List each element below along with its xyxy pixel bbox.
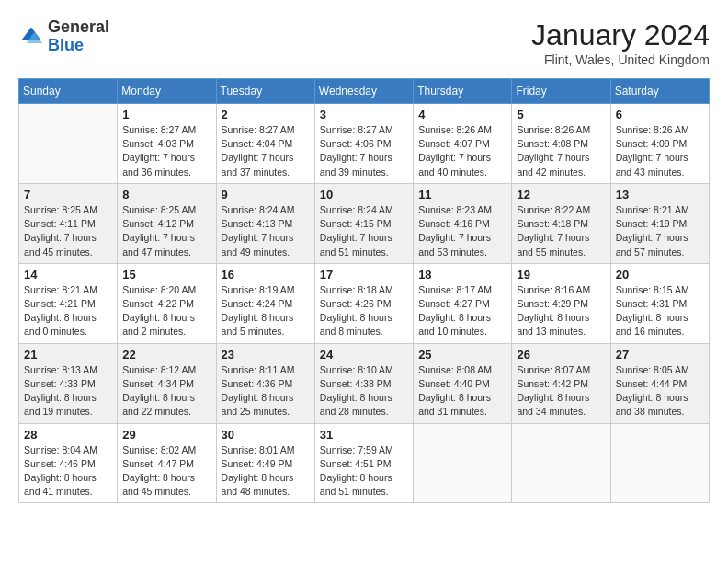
day-info: Sunrise: 8:26 AMSunset: 4:07 PMDaylight:… [418, 123, 506, 179]
day-number: 13 [616, 188, 704, 201]
weekday-header-saturday: Saturday [610, 79, 709, 104]
calendar-cell: 3Sunrise: 8:27 AMSunset: 4:06 PMDaylight… [314, 104, 413, 184]
day-number: 21 [24, 348, 112, 362]
calendar-cell: 23Sunrise: 8:11 AMSunset: 4:36 PMDayligh… [216, 343, 314, 423]
day-info: Sunrise: 8:20 AMSunset: 4:22 PMDaylight:… [122, 283, 210, 339]
logo: General Blue [18, 18, 109, 55]
calendar-cell: 15Sunrise: 8:20 AMSunset: 4:22 PMDayligh… [118, 263, 216, 343]
day-info: Sunrise: 8:26 AMSunset: 4:09 PMDaylight:… [616, 123, 704, 179]
day-info: Sunrise: 8:19 AMSunset: 4:24 PMDaylight:… [222, 283, 310, 339]
calendar-cell: 20Sunrise: 8:15 AMSunset: 4:31 PMDayligh… [610, 263, 709, 343]
day-number: 14 [24, 268, 112, 282]
day-number: 23 [222, 348, 310, 362]
calendar-cell: 18Sunrise: 8:17 AMSunset: 4:27 PMDayligh… [414, 263, 512, 343]
day-info: Sunrise: 8:24 AMSunset: 4:15 PMDaylight:… [320, 203, 408, 259]
calendar-cell: 14Sunrise: 8:21 AMSunset: 4:21 PMDayligh… [19, 263, 118, 343]
day-info: Sunrise: 8:17 AMSunset: 4:27 PMDaylight:… [418, 283, 506, 339]
calendar-cell [414, 423, 512, 503]
day-number: 22 [122, 348, 210, 362]
day-number: 24 [320, 348, 408, 362]
day-info: Sunrise: 8:21 AMSunset: 4:21 PMDaylight:… [24, 283, 112, 339]
day-info: Sunrise: 8:16 AMSunset: 4:29 PMDaylight:… [517, 283, 605, 339]
day-number: 25 [418, 348, 506, 362]
calendar-cell: 12Sunrise: 8:22 AMSunset: 4:18 PMDayligh… [512, 183, 610, 263]
day-info: Sunrise: 8:27 AMSunset: 4:03 PMDaylight:… [122, 123, 210, 179]
day-number: 19 [517, 268, 605, 282]
day-info: Sunrise: 8:23 AMSunset: 4:16 PMDaylight:… [418, 203, 506, 259]
calendar-cell: 16Sunrise: 8:19 AMSunset: 4:24 PMDayligh… [216, 263, 314, 343]
calendar-cell: 26Sunrise: 8:07 AMSunset: 4:42 PMDayligh… [512, 343, 610, 423]
calendar-cell: 22Sunrise: 8:12 AMSunset: 4:34 PMDayligh… [118, 343, 216, 423]
calendar-cell [610, 423, 709, 503]
calendar-cell: 7Sunrise: 8:25 AMSunset: 4:11 PMDaylight… [19, 183, 118, 263]
day-info: Sunrise: 8:02 AMSunset: 4:47 PMDaylight:… [122, 443, 210, 500]
calendar-cell: 28Sunrise: 8:04 AMSunset: 4:46 PMDayligh… [19, 423, 118, 503]
weekday-header-row: SundayMondayTuesdayWednesdayThursdayFrid… [19, 79, 710, 104]
day-number: 20 [616, 268, 704, 282]
day-number: 10 [320, 188, 408, 201]
day-number: 7 [24, 188, 112, 201]
day-number: 11 [418, 188, 506, 201]
day-number: 4 [418, 108, 506, 121]
day-info: Sunrise: 8:24 AMSunset: 4:13 PMDaylight:… [222, 203, 310, 259]
calendar-cell: 30Sunrise: 8:01 AMSunset: 4:49 PMDayligh… [216, 423, 314, 503]
calendar-cell: 6Sunrise: 8:26 AMSunset: 4:09 PMDaylight… [610, 104, 709, 184]
day-info: Sunrise: 8:05 AMSunset: 4:44 PMDaylight:… [616, 363, 704, 419]
calendar-cell: 10Sunrise: 8:24 AMSunset: 4:15 PMDayligh… [314, 183, 413, 263]
calendar-cell: 8Sunrise: 8:25 AMSunset: 4:12 PMDaylight… [118, 183, 216, 263]
day-info: Sunrise: 7:59 AMSunset: 4:51 PMDaylight:… [320, 443, 408, 500]
weekday-header-friday: Friday [512, 79, 610, 104]
day-info: Sunrise: 8:21 AMSunset: 4:19 PMDaylight:… [616, 203, 704, 259]
day-number: 2 [222, 108, 310, 121]
day-info: Sunrise: 8:15 AMSunset: 4:31 PMDaylight:… [616, 283, 704, 339]
calendar-week-row: 7Sunrise: 8:25 AMSunset: 4:11 PMDaylight… [19, 183, 710, 263]
calendar-cell: 5Sunrise: 8:26 AMSunset: 4:08 PMDaylight… [512, 104, 610, 184]
calendar-week-row: 14Sunrise: 8:21 AMSunset: 4:21 PMDayligh… [19, 263, 710, 343]
day-info: Sunrise: 8:27 AMSunset: 4:06 PMDaylight:… [320, 123, 408, 179]
day-info: Sunrise: 8:22 AMSunset: 4:18 PMDaylight:… [517, 203, 605, 259]
day-info: Sunrise: 8:12 AMSunset: 4:34 PMDaylight:… [122, 363, 210, 419]
day-info: Sunrise: 8:26 AMSunset: 4:08 PMDaylight:… [517, 123, 605, 179]
calendar-cell: 24Sunrise: 8:10 AMSunset: 4:38 PMDayligh… [314, 343, 413, 423]
calendar-cell: 31Sunrise: 7:59 AMSunset: 4:51 PMDayligh… [314, 423, 413, 503]
day-number: 29 [122, 428, 210, 442]
day-number: 15 [122, 268, 210, 282]
month-year-title: January 2024 [531, 18, 710, 52]
day-info: Sunrise: 8:27 AMSunset: 4:04 PMDaylight:… [222, 123, 310, 179]
calendar-cell: 21Sunrise: 8:13 AMSunset: 4:33 PMDayligh… [19, 343, 118, 423]
logo-general: General [48, 17, 109, 36]
day-info: Sunrise: 8:01 AMSunset: 4:49 PMDaylight:… [222, 443, 310, 500]
calendar-cell [19, 104, 118, 184]
day-number: 18 [418, 268, 506, 282]
day-number: 9 [222, 188, 310, 201]
day-number: 6 [616, 108, 704, 121]
weekday-header-monday: Monday [118, 79, 216, 104]
title-block: January 2024 Flint, Wales, United Kingdo… [531, 18, 710, 67]
calendar-cell: 27Sunrise: 8:05 AMSunset: 4:44 PMDayligh… [610, 343, 709, 423]
logo-icon [18, 24, 44, 50]
calendar-cell: 2Sunrise: 8:27 AMSunset: 4:04 PMDaylight… [216, 104, 314, 184]
day-info: Sunrise: 8:07 AMSunset: 4:42 PMDaylight:… [517, 363, 605, 419]
day-info: Sunrise: 8:25 AMSunset: 4:11 PMDaylight:… [24, 203, 112, 259]
calendar-cell: 9Sunrise: 8:24 AMSunset: 4:13 PMDaylight… [216, 183, 314, 263]
calendar-week-row: 28Sunrise: 8:04 AMSunset: 4:46 PMDayligh… [19, 423, 710, 503]
calendar-cell: 25Sunrise: 8:08 AMSunset: 4:40 PMDayligh… [414, 343, 512, 423]
calendar-cell [512, 423, 610, 503]
day-info: Sunrise: 8:13 AMSunset: 4:33 PMDaylight:… [24, 363, 112, 419]
day-number: 12 [517, 188, 605, 201]
weekday-header-tuesday: Tuesday [216, 79, 314, 104]
day-number: 28 [24, 428, 112, 442]
calendar-cell: 11Sunrise: 8:23 AMSunset: 4:16 PMDayligh… [414, 183, 512, 263]
day-number: 3 [320, 108, 408, 121]
calendar-week-row: 1Sunrise: 8:27 AMSunset: 4:03 PMDaylight… [19, 104, 710, 184]
day-info: Sunrise: 8:18 AMSunset: 4:26 PMDaylight:… [320, 283, 408, 339]
day-info: Sunrise: 8:11 AMSunset: 4:36 PMDaylight:… [222, 363, 310, 419]
location-subtitle: Flint, Wales, United Kingdom [531, 52, 710, 67]
calendar-cell: 29Sunrise: 8:02 AMSunset: 4:47 PMDayligh… [118, 423, 216, 503]
day-info: Sunrise: 8:04 AMSunset: 4:46 PMDaylight:… [24, 443, 112, 500]
weekday-header-thursday: Thursday [414, 79, 512, 104]
weekday-header-wednesday: Wednesday [314, 79, 413, 104]
calendar-cell: 1Sunrise: 8:27 AMSunset: 4:03 PMDaylight… [118, 104, 216, 184]
calendar-cell: 19Sunrise: 8:16 AMSunset: 4:29 PMDayligh… [512, 263, 610, 343]
day-number: 30 [222, 428, 310, 442]
